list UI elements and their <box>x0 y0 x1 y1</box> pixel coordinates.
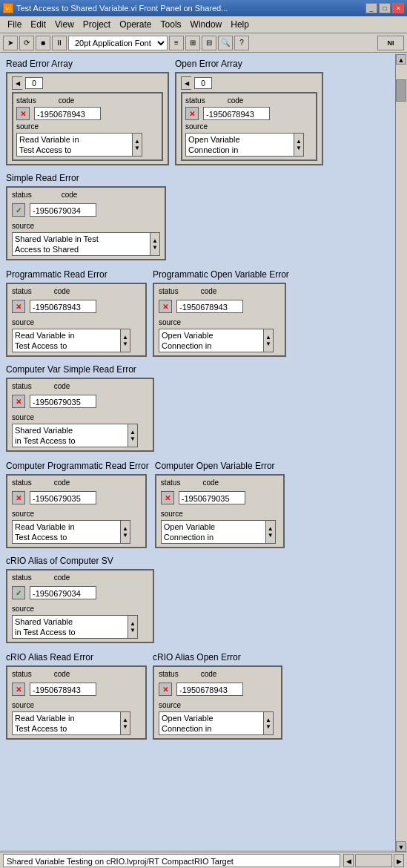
pause-button[interactable]: ⏸ <box>52 36 67 50</box>
menu-view[interactable]: View <box>50 18 79 31</box>
prog-read-label: Programmatic Read Error <box>6 269 147 280</box>
prog-open-error-section: Programmatic Open Variable Error status … <box>153 269 289 357</box>
read-error-array-section: Read Error Array ◀ 0 status code ✕ -1950… <box>6 59 169 165</box>
nav-left-btn[interactable]: ◀ <box>343 854 354 867</box>
main-panel: Read Error Array ◀ 0 status code ✕ -1950… <box>0 53 407 850</box>
menu-operate[interactable]: Operate <box>115 18 156 31</box>
simp-source-value: Shared Variable in Test Access to Shared <box>12 232 150 256</box>
read-status-indicator: ✕ <box>16 107 30 120</box>
menu-project[interactable]: Project <box>79 18 115 31</box>
array-index-read: 0 <box>25 77 43 89</box>
crio-alias-sv-code: -1950679034 <box>30 586 96 599</box>
comp-simp-code: -1950679035 <box>30 395 96 408</box>
crio-alias-sv-source: Shared Variable in Test Access to <box>12 615 128 639</box>
run-cont-button[interactable]: ⟳ <box>19 36 34 50</box>
open-source-arrow[interactable]: ▲▼ <box>294 133 304 157</box>
prog-open-code: -1950678943 <box>176 300 243 313</box>
crio-alias-read-code: -1950678943 <box>30 683 96 696</box>
crio-alias-open-status: ✕ <box>159 683 172 696</box>
open-code-value: -1950678943 <box>203 107 270 120</box>
stop-button[interactable]: ■ <box>36 36 50 50</box>
comp-prog-read-status: ✕ <box>12 491 25 504</box>
read-code-value: -1950678943 <box>34 107 101 120</box>
simp-source-label: source <box>12 222 34 230</box>
array-index-open-btn[interactable]: ◀ <box>181 76 191 90</box>
menu-help[interactable]: Help <box>226 18 254 31</box>
prog-read-source: Read Variable in Test Access to <box>12 329 120 352</box>
window-title: Test Access to Shared Variable.vi Front … <box>16 4 228 13</box>
help-button[interactable]: ? <box>234 36 249 50</box>
open-source-label: source <box>185 122 208 131</box>
scroll-up-btn[interactable]: ▲ <box>396 54 406 65</box>
status-bar: Shared Variable Testing on cRIO.lvproj/R… <box>0 852 407 868</box>
comp-prog-read-section: Computer Programmatic Read Error status … <box>6 461 149 548</box>
simple-read-label: Simple Read Error <box>6 173 392 183</box>
reorder-button[interactable]: ⊟ <box>202 36 216 50</box>
app-icon: VI <box>3 3 13 13</box>
read-source-arrow[interactable]: ▲▼ <box>132 133 142 157</box>
maximize-button[interactable]: □ <box>379 3 391 13</box>
open-status-label: status <box>185 96 205 105</box>
run-arrow-button[interactable]: ➤ <box>3 36 18 50</box>
scrollbar[interactable]: ▲ ▼ <box>395 54 407 852</box>
simp-status-indicator: ✓ <box>12 203 25 217</box>
prog-open-status: ✕ <box>159 300 172 313</box>
comp-open-var-status: ✕ <box>161 491 174 504</box>
crio-alias-sv-status: ✓ <box>12 586 25 599</box>
comp-prog-read-code: -1950679035 <box>30 491 96 504</box>
open-status-indicator: ✕ <box>185 107 199 120</box>
menu-bar: File Edit View Project Operate Tools Win… <box>0 16 407 33</box>
open-error-array-section: Open Error Array ◀ 0 status code ✕ -1950… <box>175 59 323 165</box>
read-status-label: status <box>16 96 36 105</box>
read-code-label: code <box>59 96 75 105</box>
menu-tools[interactable]: Tools <box>156 18 186 31</box>
menu-window[interactable]: Window <box>186 18 227 31</box>
crio-alias-read-label: cRIO Alias Read Error <box>6 652 147 662</box>
open-error-array-label: Open Error Array <box>175 59 323 69</box>
array-index-left-btn[interactable]: ◀ <box>12 76 22 90</box>
comp-var-simple-label: Computer Var Simple Read Error <box>6 364 392 375</box>
comp-simp-status: ✕ <box>12 395 25 408</box>
zoom-button[interactable]: 🔍 <box>218 36 233 50</box>
distribute-button[interactable]: ⊞ <box>185 36 200 50</box>
comp-simp-source: Shared Variable in Test Access to <box>12 424 128 447</box>
crio-alias-read-section: cRIO Alias Read Error status code ✕ -195… <box>6 652 147 740</box>
array-index-open: 0 <box>194 77 212 89</box>
scroll-thumb[interactable] <box>396 79 406 102</box>
comp-open-var-source: Open Variable Connection in <box>161 520 265 544</box>
minimize-button[interactable]: _ <box>365 3 377 13</box>
crio-alias-open-label: cRIO Alias Open Error <box>153 652 282 662</box>
status-text: Shared Variable Testing on cRIO.lvproj/R… <box>3 854 340 867</box>
simp-status-label: status <box>12 191 32 199</box>
menu-edit[interactable]: Edit <box>26 18 50 31</box>
crio-alias-read-source: Read Variable in Test Access to <box>12 711 120 735</box>
nav-right-btn[interactable]: ▶ <box>394 854 404 867</box>
prog-read-error-section: Programmatic Read Error status code ✕ -1… <box>6 269 147 357</box>
simple-read-error-section: Simple Read Error status code ✓ -1950679… <box>6 173 392 260</box>
read-source-value: Read Variable in Test Access to <box>16 133 132 157</box>
simp-code-label: code <box>62 191 78 199</box>
comp-open-var-label: Computer Open Variable Error <box>155 461 285 471</box>
open-code-label: code <box>228 96 244 105</box>
title-bar: VI Test Access to Shared Variable.vi Fro… <box>0 0 407 16</box>
prog-open-source: Open Variable Connection in <box>159 329 263 352</box>
prog-read-status: ✕ <box>12 300 25 313</box>
crio-alias-open-section: cRIO Alias Open Error status code ✕ -195… <box>153 652 282 740</box>
prog-read-code: -1950678943 <box>30 300 96 313</box>
crio-alias-sv-section: cRIO Alias of Computer SV status code ✓ … <box>6 556 392 643</box>
read-error-array-label: Read Error Array <box>6 59 169 69</box>
close-button[interactable]: ✕ <box>392 3 404 13</box>
read-source-label: source <box>16 122 39 131</box>
font-selector[interactable]: 20pt Application Font <box>68 36 168 50</box>
simp-source-arrow[interactable]: ▲▼ <box>150 232 160 256</box>
crio-alias-read-status: ✕ <box>12 683 25 696</box>
crio-alias-sv-label: cRIO Alias of Computer SV <box>6 556 392 566</box>
ni-logo: NI <box>377 36 404 50</box>
crio-alias-open-code: -1950678943 <box>176 683 243 696</box>
scroll-down-btn[interactable]: ▼ <box>396 841 406 852</box>
crio-alias-open-source: Open Variable Connection in <box>159 711 263 735</box>
comp-open-var-code: -1950679035 <box>179 491 245 504</box>
align-button[interactable]: ≡ <box>169 36 184 50</box>
open-source-value: Open Variable Connection in <box>185 133 294 157</box>
menu-file[interactable]: File <box>3 18 26 31</box>
